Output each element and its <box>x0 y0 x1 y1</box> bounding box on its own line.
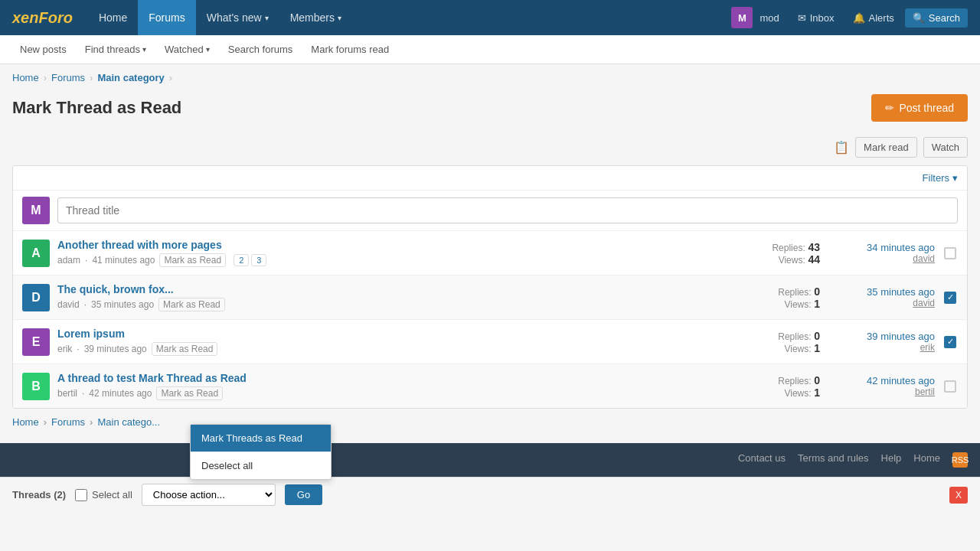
search-button[interactable]: 🔍 Search <box>905 8 968 28</box>
thread-link-4[interactable]: A thread to test Mark Thread as Read <box>57 372 247 384</box>
last-user-link-1[interactable]: david <box>913 253 935 264</box>
logo: xenForo <box>12 9 73 27</box>
views-value-4: 1 <box>814 386 820 399</box>
last-time-link-3[interactable]: 39 minutes ago <box>867 331 935 342</box>
replies-value-1: 43 <box>808 241 820 253</box>
breadcrumb-sep-2: › <box>90 72 93 83</box>
page-link-3[interactable]: 3 <box>251 254 266 266</box>
bottom-breadcrumb: Home › Forums › Main catego... <box>0 409 980 435</box>
rss-icon[interactable]: RSS <box>952 452 968 468</box>
footer-contact[interactable]: Contact us <box>738 452 786 468</box>
dropdown-item-mark-read[interactable]: Mark Threads as Read <box>191 425 331 452</box>
mark-as-read-1[interactable]: Mark as Read <box>159 253 226 267</box>
read-checkbox-3[interactable] <box>944 336 956 348</box>
replies-label-4: Replies: <box>778 376 811 386</box>
new-posts-link[interactable]: New posts <box>12 41 74 58</box>
page-link-2[interactable]: 2 <box>234 254 249 266</box>
close-button[interactable]: X <box>949 487 968 504</box>
search-forums-link[interactable]: Search forums <box>220 41 301 58</box>
mark-forums-read-link[interactable]: Mark forums read <box>303 41 397 58</box>
bottom-bar: Threads (2) Select all Choose action... … <box>0 477 980 512</box>
last-time-link-1[interactable]: 34 minutes ago <box>867 242 935 253</box>
replies-value-4: 0 <box>814 374 820 386</box>
nav-forums[interactable]: Forums <box>138 0 195 35</box>
thread-time-1: 41 minutes ago <box>92 255 155 266</box>
avatar: M <box>731 7 753 28</box>
mark-read-button[interactable]: Mark read <box>855 137 917 158</box>
thread-last-3: 39 minutes ago erik <box>828 331 935 353</box>
thread-time-4: 42 minutes ago <box>89 388 152 399</box>
replies-value-3: 0 <box>814 330 820 342</box>
thread-stats-1: Replies: 43 Views: 44 <box>759 241 820 266</box>
read-checkbox-4[interactable] <box>944 380 956 393</box>
user-menu-button[interactable]: M mod <box>724 2 786 33</box>
alerts-button[interactable]: 🔔 Alerts <box>845 8 902 28</box>
mark-read-label: Mark read <box>864 142 909 153</box>
nav-members-arrow: ▾ <box>338 14 341 22</box>
dropdown-item-deselect[interactable]: Deselect all <box>191 452 331 479</box>
watched-link[interactable]: Watched ▾ <box>157 41 217 58</box>
last-user-link-3[interactable]: erik <box>920 342 935 353</box>
breadcrumb-sep-1: › <box>44 72 47 83</box>
views-value-3: 1 <box>814 342 820 354</box>
nav-whats-new-label: What's new <box>207 11 262 24</box>
last-time-link-4[interactable]: 42 minutes ago <box>867 375 935 386</box>
footer-home[interactable]: Home <box>913 452 940 468</box>
nav-home[interactable]: Home <box>88 0 138 35</box>
find-threads-arrow: ▾ <box>142 45 146 54</box>
footer-help[interactable]: Help <box>881 452 902 468</box>
last-user-link-4[interactable]: bertil <box>915 386 935 397</box>
breadcrumb-forums[interactable]: Forums <box>51 72 85 83</box>
views-value-1: 44 <box>808 253 820 266</box>
thread-link-1[interactable]: Another thread with more pages <box>57 239 222 251</box>
mark-as-read-3[interactable]: Mark as Read <box>152 342 218 356</box>
avatar-erik: E <box>22 328 50 356</box>
thread-meta-1: adam · 41 minutes ago Mark as Read 2 3 <box>57 253 751 267</box>
watch-button[interactable]: Watch <box>923 137 968 158</box>
bottom-breadcrumb-forums[interactable]: Forums <box>51 416 85 428</box>
watch-label: Watch <box>932 142 959 153</box>
footer-terms[interactable]: Terms and rules <box>798 452 868 468</box>
select-all-checkbox[interactable] <box>75 489 87 501</box>
nav-whats-new[interactable]: What's new ▾ <box>196 0 279 35</box>
go-button[interactable]: Go <box>285 484 322 505</box>
new-thread-row: M <box>13 191 967 231</box>
current-user-avatar: M <box>22 197 50 224</box>
thread-link-3[interactable]: Lorem ipsum <box>57 328 125 340</box>
read-checkbox-2[interactable] <box>944 292 956 304</box>
checkbox-col-2 <box>942 292 958 304</box>
filters-arrow: ▾ <box>952 172 958 184</box>
thread-container: Filters ▾ M A Another thread with more p… <box>12 165 968 409</box>
breadcrumb-home[interactable]: Home <box>12 72 39 83</box>
last-user-link-2[interactable]: david <box>913 298 935 308</box>
content-area: Filters ▾ M A Another thread with more p… <box>0 165 980 409</box>
mark-as-read-2[interactable]: Mark as Read <box>158 298 225 311</box>
thread-author-4: bertil <box>57 388 77 399</box>
action-select[interactable]: Choose action... Mark Threads as Read De… <box>142 484 276 506</box>
views-label-2: Views: <box>784 299 811 310</box>
inbox-label: Inbox <box>810 12 835 24</box>
top-right-area: M mod ✉ Inbox 🔔 Alerts 🔍 Search <box>724 2 968 33</box>
mark-as-read-4[interactable]: Mark as Read <box>156 386 223 400</box>
bottom-breadcrumb-home[interactable]: Home <box>12 416 39 428</box>
last-time-link-2[interactable]: 35 minutes ago <box>867 286 935 298</box>
checkbox-col-1 <box>942 247 958 259</box>
inbox-button[interactable]: ✉ Inbox <box>790 8 842 28</box>
thread-stats-2: Replies: 0 Views: 1 <box>759 285 820 310</box>
post-thread-button[interactable]: ✏ Post thread <box>871 94 968 122</box>
thread-author-1: adam <box>57 255 80 266</box>
find-threads-link[interactable]: Find threads ▾ <box>77 41 154 58</box>
nav-members[interactable]: Members ▾ <box>279 0 352 35</box>
post-thread-icon: ✏ <box>885 102 894 114</box>
filters-row[interactable]: Filters ▾ <box>13 166 967 191</box>
thread-title-input[interactable] <box>57 197 958 223</box>
views-label-3: Views: <box>784 344 811 354</box>
select-all-container: Select all <box>75 489 132 501</box>
thread-link-2[interactable]: The quick, brown fox... <box>57 283 174 295</box>
read-checkbox-1[interactable] <box>944 247 956 259</box>
thread-meta-2: david · 35 minutes ago Mark as Read <box>57 298 751 311</box>
thread-info-4: A thread to test Mark Thread as Read ber… <box>57 372 751 400</box>
thread-time-2: 35 minutes ago <box>91 299 154 310</box>
watched-arrow: ▾ <box>206 45 210 54</box>
thread-stats-3: Replies: 0 Views: 1 <box>759 330 820 354</box>
